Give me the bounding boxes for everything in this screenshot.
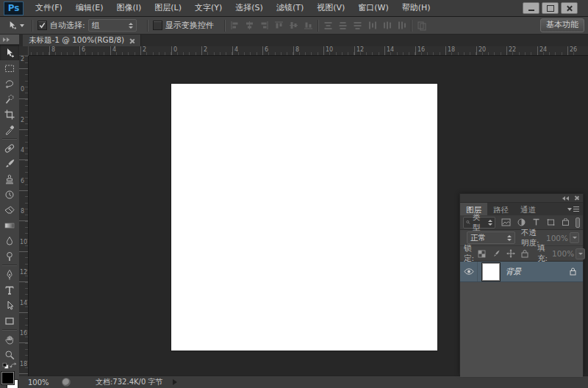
menu-help[interactable]: 帮助(H)	[395, 0, 437, 16]
tool-path-selection[interactable]	[0, 298, 19, 313]
lock-position-icon[interactable]	[506, 249, 515, 258]
align-middle-vertical-icon[interactable]	[289, 21, 298, 30]
ruler-number: 4	[234, 47, 238, 53]
menu-layer[interactable]: 图层(L)	[148, 0, 188, 16]
align-top-icon[interactable]	[274, 21, 284, 30]
tool-dodge[interactable]	[0, 248, 19, 264]
tool-eraser[interactable]	[0, 202, 19, 218]
tool-hand[interactable]	[0, 331, 19, 347]
menu-window[interactable]: 窗口(W)	[351, 0, 395, 16]
lock-transparent-pixels-icon[interactable]	[478, 250, 486, 258]
menu-filter[interactable]: 滤镜(T)	[270, 0, 310, 16]
tool-history-brush[interactable]	[0, 187, 19, 202]
maximize-icon	[547, 5, 554, 12]
dropdown-arrows-icon	[488, 220, 492, 226]
tool-clone-stamp[interactable]	[0, 171, 19, 187]
menu-edit[interactable]: 编辑(E)	[69, 0, 110, 16]
opacity-dropdown-icon	[570, 232, 579, 243]
auto-select-group: 自动选择: 组	[37, 19, 137, 32]
tools-panel-collapse-grip[interactable]	[0, 35, 19, 45]
align-left-icon[interactable]	[230, 21, 240, 30]
tool-rectangular-marquee[interactable]	[0, 60, 19, 76]
tool-brush[interactable]	[0, 156, 19, 171]
layers-panel: 图层 路径 通道 类型 正	[459, 193, 584, 375]
document-tab[interactable]: 未标题-1 @ 100%(RGB/8)	[23, 35, 141, 46]
default-colors-icon[interactable]	[2, 362, 10, 370]
smart-object-filter-icon[interactable]	[562, 218, 570, 226]
menu-image[interactable]: 图像(I)	[110, 0, 148, 16]
opacity-control[interactable]: 100%	[546, 232, 579, 243]
ruler-number: 8	[51, 47, 55, 53]
close-button[interactable]	[561, 2, 578, 14]
vertical-ruler[interactable]: 2 0 2 4 6 8 10 12 14 16 18	[19, 55, 29, 376]
shape-layer-filter-icon[interactable]	[547, 218, 555, 226]
foreground-color-swatch[interactable]	[1, 372, 14, 384]
tab-paths[interactable]: 路径	[487, 203, 514, 215]
document-canvas[interactable]	[171, 84, 437, 351]
tool-lasso[interactable]	[0, 76, 19, 91]
horizontal-ruler[interactable]: 8 6 4 2 0 2 4 6 8 10 12 14 16 18 20 22 2…	[28, 46, 588, 56]
tool-move[interactable]	[0, 45, 19, 60]
lock-label: 锁定:	[464, 243, 474, 264]
align-center-horizontal-icon[interactable]	[245, 21, 254, 30]
panel-close-icon[interactable]	[574, 195, 579, 201]
maximize-button[interactable]	[542, 2, 559, 14]
layer-visibility-toggle[interactable]	[460, 262, 478, 281]
workspace-switcher-button[interactable]: 基本功能	[540, 18, 584, 32]
pixel-layer-filter-icon[interactable]	[501, 218, 511, 226]
filter-toggle-switch-icon[interactable]	[576, 218, 581, 228]
status-options-arrow-icon[interactable]	[173, 379, 177, 385]
ruler-origin-corner[interactable]	[19, 46, 29, 56]
document-size-info: 文档:732.4K/0 字节	[96, 377, 162, 387]
blend-mode-dropdown[interactable]: 正常	[467, 231, 515, 244]
distribute-bottom-icon[interactable]	[353, 21, 362, 30]
distribute-center-horizontal-icon[interactable]	[382, 21, 392, 30]
ruler-number: 6	[82, 47, 85, 53]
align-right-icon[interactable]	[259, 21, 269, 30]
layer-row-background[interactable]: 背景	[460, 262, 583, 282]
show-transform-checkbox[interactable]	[153, 21, 162, 30]
type-layer-filter-icon[interactable]	[532, 218, 540, 226]
lock-image-pixels-icon[interactable]	[492, 249, 501, 258]
tab-close-icon[interactable]	[129, 38, 135, 43]
tool-blur[interactable]	[0, 233, 19, 248]
distribute-middle-icon[interactable]	[338, 21, 348, 30]
tool-gradient[interactable]	[0, 218, 19, 233]
zoom-level-field[interactable]: 100%	[28, 378, 62, 387]
tool-quick-selection[interactable]	[0, 91, 19, 107]
tool-eyedropper[interactable]	[0, 122, 19, 137]
panel-menu-button[interactable]	[567, 203, 583, 215]
layer-thumbnail[interactable]	[482, 263, 500, 281]
menu-type[interactable]: 文字(Y)	[188, 0, 229, 16]
tool-spot-healing-brush[interactable]	[0, 140, 19, 156]
auto-select-checkbox[interactable]	[37, 21, 47, 30]
tool-rectangle-shape[interactable]	[0, 313, 19, 328]
distribute-right-icon[interactable]	[397, 21, 406, 30]
color-swatches	[0, 371, 19, 388]
swap-colors-icon[interactable]	[10, 362, 17, 370]
align-bottom-icon[interactable]	[304, 21, 313, 30]
adjustment-layer-filter-icon[interactable]	[517, 218, 526, 226]
tool-crop[interactable]	[0, 107, 19, 122]
menu-view[interactable]: 视图(V)	[310, 0, 351, 16]
collapse-panel-icon[interactable]	[562, 196, 569, 201]
tool-pen[interactable]	[0, 267, 19, 282]
auto-select-dropdown[interactable]: 组	[88, 19, 137, 32]
menu-file[interactable]: 文件(F)	[29, 0, 69, 16]
active-tool-preset[interactable]	[4, 20, 27, 31]
distribute-left-icon[interactable]	[368, 21, 377, 30]
auto-align-layers-icon[interactable]	[417, 21, 427, 31]
tab-channels[interactable]: 通道	[514, 203, 542, 215]
lock-all-icon[interactable]	[521, 249, 528, 258]
dodge-tool-icon	[4, 251, 15, 262]
menu-select[interactable]: 选择(S)	[229, 0, 270, 16]
tool-zoom[interactable]	[0, 347, 19, 362]
minimize-button[interactable]	[523, 2, 539, 14]
eraser-tool-icon	[4, 204, 15, 216]
ruler-number: 18	[448, 47, 455, 53]
distribute-top-icon[interactable]	[323, 21, 333, 30]
type-tool-icon	[4, 284, 15, 296]
filter-type-dropdown[interactable]: 类型	[463, 217, 495, 229]
fill-control[interactable]: 100%	[552, 248, 585, 259]
tool-horizontal-type[interactable]	[0, 282, 19, 298]
